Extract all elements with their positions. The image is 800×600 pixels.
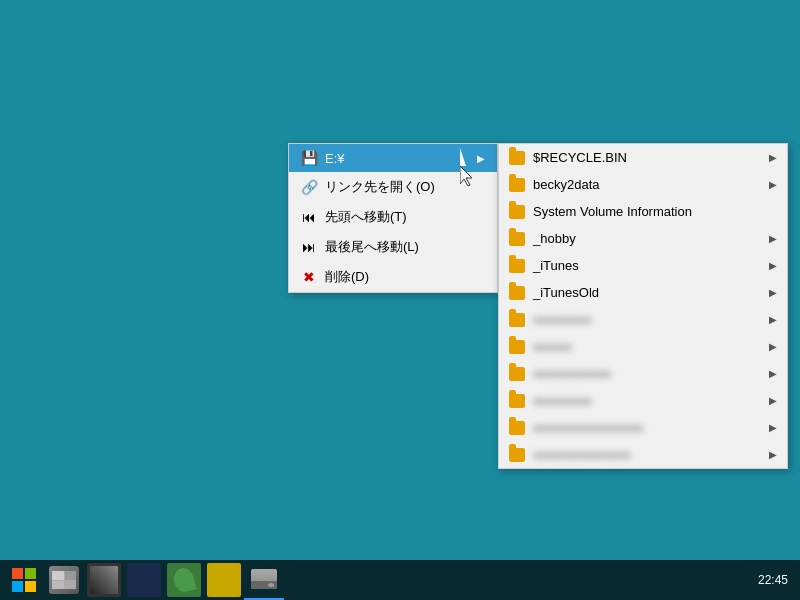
- delete-icon: ✖: [301, 269, 317, 285]
- folder-icon-itunesold: [509, 286, 525, 300]
- submenu-item-hobby[interactable]: _hobby ▶: [499, 225, 787, 252]
- taskbar-icon-drive[interactable]: [244, 560, 284, 600]
- submenu-item-itunes[interactable]: _iTunes ▶: [499, 252, 787, 279]
- submenu-arrow-itunes: ▶: [769, 260, 777, 271]
- folder-icon-itunes: [509, 259, 525, 273]
- submenu-item-blur5-label: xxxxxxxxxxxxxxxxx: [533, 420, 644, 435]
- taskbar-icon-explorer[interactable]: [44, 560, 84, 600]
- taskbar-icon-img3[interactable]: [164, 560, 204, 600]
- taskbar-icon-img1[interactable]: [84, 560, 124, 600]
- menu-item-drive[interactable]: 💾 E:¥ ▶: [289, 144, 497, 172]
- taskbar: 22:45: [0, 560, 800, 600]
- submenu-arrow-itunesold: ▶: [769, 287, 777, 298]
- logo-quadrant-yellow: [25, 581, 36, 592]
- clock-time: 22:45: [758, 573, 788, 587]
- folder-icon-recycle: [509, 151, 525, 165]
- context-menu: 💾 E:¥ ▶ 🔗 リンク先を開く(O) ⏮ 先頭へ移動(T) ⏭ 最後尾へ移動…: [288, 143, 498, 293]
- submenu-item-blur5[interactable]: xxxxxxxxxxxxxxxxx ▶: [499, 414, 787, 441]
- logo-quadrant-red: [12, 568, 23, 579]
- submenu-arrow-blur3: ▶: [769, 368, 777, 379]
- menu-item-open-link-label: リンク先を開く(O): [325, 178, 435, 196]
- taskbar-icon-img4[interactable]: [204, 560, 244, 600]
- submenu-arrow-blur6: ▶: [769, 449, 777, 460]
- submenu: $RECYCLE.BIN ▶ becky2data ▶ System Volum…: [498, 143, 788, 469]
- menu-item-go-last-label: 最後尾へ移動(L): [325, 238, 419, 256]
- windows-logo: [12, 568, 36, 592]
- submenu-item-itunes-label: _iTunes: [533, 258, 579, 273]
- submenu-arrow-recycle: ▶: [769, 152, 777, 163]
- submenu-item-recycle[interactable]: $RECYCLE.BIN ▶: [499, 144, 787, 171]
- folder-icon-system-volume: [509, 205, 525, 219]
- folder-icon-blur4: [509, 394, 525, 408]
- submenu-item-recycle-label: $RECYCLE.BIN: [533, 150, 627, 165]
- submenu-item-blur4-label: xxxxxxxxx: [533, 393, 592, 408]
- submenu-arrow-blur5: ▶: [769, 422, 777, 433]
- go-first-icon: ⏮: [301, 209, 317, 225]
- submenu-item-itunesold[interactable]: _iTunesOld ▶: [499, 279, 787, 306]
- folder-icon-becky2data: [509, 178, 525, 192]
- menu-item-go-last[interactable]: ⏭ 最後尾へ移動(L): [289, 232, 497, 262]
- menu-item-open-link[interactable]: 🔗 リンク先を開く(O): [289, 172, 497, 202]
- submenu-item-system-volume-label: System Volume Information: [533, 204, 692, 219]
- drive-icon: 💾: [301, 150, 317, 166]
- menu-arrow-drive: ▶: [477, 153, 485, 164]
- folder-icon-blur6: [509, 448, 525, 462]
- submenu-item-blur1-label: xxxxxxxxx: [533, 312, 592, 327]
- menu-item-go-first[interactable]: ⏮ 先頭へ移動(T): [289, 202, 497, 232]
- submenu-item-system-volume[interactable]: System Volume Information: [499, 198, 787, 225]
- submenu-item-blur6-label: xxxxxxxxxxxxxxx: [533, 447, 631, 462]
- submenu-arrow-becky2data: ▶: [769, 179, 777, 190]
- submenu-arrow-blur1: ▶: [769, 314, 777, 325]
- system-clock: 22:45: [758, 573, 796, 587]
- submenu-item-blur2-label: xxxxxx: [533, 339, 572, 354]
- go-last-icon: ⏭: [301, 239, 317, 255]
- submenu-item-blur2[interactable]: xxxxxx ▶: [499, 333, 787, 360]
- menu-item-drive-label: E:¥: [325, 151, 345, 166]
- taskbar-icon-img2[interactable]: [124, 560, 164, 600]
- submenu-item-hobby-label: _hobby: [533, 231, 576, 246]
- folder-icon-blur5: [509, 421, 525, 435]
- folder-icon-hobby: [509, 232, 525, 246]
- submenu-item-blur3[interactable]: xxxxxxxxxxxx ▶: [499, 360, 787, 387]
- submenu-item-itunesold-label: _iTunesOld: [533, 285, 599, 300]
- logo-quadrant-green: [25, 568, 36, 579]
- submenu-arrow-blur4: ▶: [769, 395, 777, 406]
- submenu-item-blur3-label: xxxxxxxxxxxx: [533, 366, 611, 381]
- start-button[interactable]: [4, 560, 44, 600]
- submenu-item-blur4[interactable]: xxxxxxxxx ▶: [499, 387, 787, 414]
- submenu-item-becky2data[interactable]: becky2data ▶: [499, 171, 787, 198]
- menu-item-delete[interactable]: ✖ 削除(D): [289, 262, 497, 292]
- submenu-item-blur6[interactable]: xxxxxxxxxxxxxxx ▶: [499, 441, 787, 468]
- menu-item-go-first-label: 先頭へ移動(T): [325, 208, 407, 226]
- submenu-arrow-blur2: ▶: [769, 341, 777, 352]
- folder-icon-blur1: [509, 313, 525, 327]
- submenu-arrow-hobby: ▶: [769, 233, 777, 244]
- logo-quadrant-blue: [12, 581, 23, 592]
- menu-item-delete-label: 削除(D): [325, 268, 369, 286]
- submenu-item-becky2data-label: becky2data: [533, 177, 600, 192]
- folder-icon-blur3: [509, 367, 525, 381]
- folder-icon-blur2: [509, 340, 525, 354]
- link-icon: 🔗: [301, 179, 317, 195]
- submenu-item-blur1[interactable]: xxxxxxxxx ▶: [499, 306, 787, 333]
